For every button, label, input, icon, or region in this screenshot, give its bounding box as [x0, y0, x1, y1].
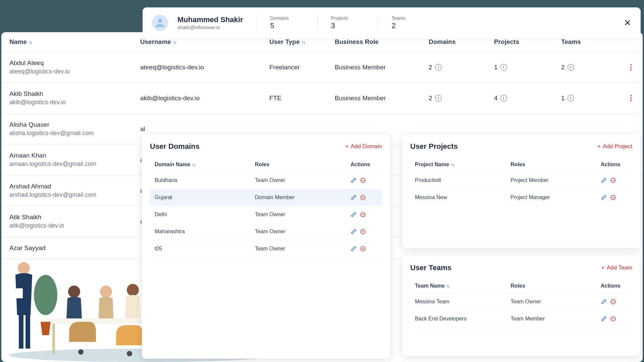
user-teams-panel: User Teams + Add Team Team Name ↑↓ Roles… — [402, 255, 640, 356]
edit-icon[interactable] — [351, 212, 357, 218]
add-domain-button[interactable]: + Add Domain — [345, 143, 382, 150]
plus-icon: + — [597, 143, 601, 150]
cell-panel-actions — [351, 212, 377, 218]
panel-row[interactable]: Gujarat Domain Member — [150, 189, 382, 206]
add-team-button[interactable]: + Add Team — [601, 264, 632, 271]
panel-row[interactable]: Messina Team Team Owner — [410, 293, 632, 310]
panel-row[interactable]: Productiviti Project Member — [410, 172, 632, 189]
cell-panel-role: Team Member — [511, 316, 601, 322]
sort-icon[interactable]: ↑↓ — [302, 40, 305, 45]
col-header-usertype[interactable]: User Type ↑↓ — [269, 38, 335, 46]
add-project-button[interactable]: + Add Project — [597, 143, 632, 150]
cell-panel-name: Delhi — [155, 212, 255, 218]
edit-icon[interactable] — [351, 194, 357, 200]
remove-icon[interactable] — [360, 246, 366, 252]
col-project-name[interactable]: Project Name ↑↓ — [415, 162, 511, 168]
teams-table-header: Team Name ↑↓ Roles Actions — [410, 279, 632, 293]
cell-teams: 2i — [561, 64, 618, 71]
divider — [257, 15, 257, 30]
col-header-name[interactable]: Name ↑↓ — [9, 38, 140, 46]
cell-name: Abdul Ateeq ateeq@logistics-dev.io — [9, 59, 140, 75]
panel-title-projects: User Projects — [410, 142, 458, 151]
remove-icon[interactable] — [610, 177, 616, 183]
cell-panel-role: Team Owner — [255, 212, 351, 218]
panel-row[interactable]: Delhi Team Owner — [150, 206, 382, 223]
cell-panel-role: Project Member — [511, 177, 601, 183]
col-domain-name[interactable]: Domain Name ↑↓ — [155, 162, 255, 168]
kebab-icon[interactable]: ⋮ — [627, 63, 635, 71]
panel-row[interactable]: Messina New Project Manager — [410, 189, 632, 206]
info-icon[interactable]: i — [568, 64, 574, 71]
col-project-actions: Actions — [601, 162, 628, 168]
cell-role: Business Member — [335, 64, 429, 71]
edit-icon[interactable] — [351, 177, 357, 183]
divider — [378, 15, 378, 30]
table-row[interactable]: Akib Shaikh akib@logistics-dev.io akib@l… — [1, 83, 643, 114]
info-icon[interactable]: i — [435, 64, 442, 71]
cell-panel-name: Gujarat — [155, 194, 255, 200]
remove-icon[interactable] — [360, 177, 366, 183]
remove-icon[interactable] — [610, 194, 616, 200]
sort-icon[interactable]: ↑↓ — [29, 40, 32, 45]
info-icon[interactable]: i — [435, 95, 442, 102]
panel-row[interactable]: Buldhana Team Owner — [150, 172, 382, 189]
panel-row[interactable]: Back End Developers Team Member — [410, 310, 632, 327]
cell-panel-actions — [351, 194, 377, 200]
plus-icon: + — [345, 143, 349, 150]
edit-icon[interactable] — [351, 246, 357, 252]
col-team-name[interactable]: Team Name ↑↓ — [415, 283, 511, 289]
cell-projects: 4i — [494, 95, 561, 102]
avatar — [152, 15, 168, 31]
edit-icon[interactable] — [601, 194, 607, 200]
panel-row[interactable]: Maharashtra Team Owner — [150, 223, 382, 240]
cell-domains: 2i — [429, 64, 494, 71]
edit-icon[interactable] — [351, 229, 357, 235]
edit-icon[interactable] — [601, 299, 607, 305]
sort-icon[interactable]: ↑↓ — [446, 283, 449, 289]
sort-icon[interactable]: ↑↓ — [173, 40, 176, 45]
remove-icon[interactable] — [360, 229, 366, 235]
stat-teams: Teams 2 — [392, 15, 425, 30]
cell-panel-actions — [351, 229, 377, 235]
stat-domains: Domains 5 — [270, 15, 304, 30]
user-name-block: Muhammed Shakir shakir@infomover.io — [177, 15, 243, 30]
cell-projects: 1i — [494, 64, 561, 71]
col-header-username[interactable]: Username ↑↓ — [140, 38, 269, 46]
cell-name: Azar Sayyad — [9, 244, 140, 252]
cell-panel-actions — [601, 194, 628, 200]
info-icon[interactable]: i — [500, 64, 507, 71]
info-icon[interactable]: i — [568, 95, 574, 102]
cell-domains: 2i — [429, 95, 494, 102]
user-projects-panel: User Projects + Add Project Project Name… — [402, 134, 640, 248]
col-header-domains: Domains — [429, 38, 494, 46]
remove-icon[interactable] — [610, 299, 616, 305]
remove-icon[interactable] — [610, 316, 616, 322]
cell-panel-role: Team Owner — [255, 229, 351, 235]
cell-panel-actions — [601, 316, 628, 322]
edit-icon[interactable] — [601, 316, 607, 322]
plus-icon: + — [601, 264, 605, 271]
cell-panel-actions — [351, 177, 377, 183]
projects-table-header: Project Name ↑↓ Roles Actions — [410, 158, 632, 172]
user-name: Muhammed Shakir — [177, 15, 243, 24]
kebab-icon[interactable]: ⋮ — [627, 94, 635, 102]
panel-row[interactable]: t05 Team Owner — [150, 240, 382, 257]
cell-panel-name: Buldhana — [155, 177, 255, 183]
edit-icon[interactable] — [601, 177, 607, 183]
svg-point-0 — [158, 18, 162, 23]
sort-icon[interactable]: ↑↓ — [192, 162, 195, 167]
remove-icon[interactable] — [360, 194, 366, 200]
remove-icon[interactable] — [360, 212, 366, 218]
divider — [317, 15, 318, 30]
table-row[interactable]: Abdul Ateeq ateeq@logistics-dev.io ateeq… — [1, 52, 643, 83]
sort-icon[interactable]: ↑↓ — [451, 162, 454, 167]
info-icon[interactable]: i — [500, 95, 507, 102]
cell-panel-name: Back End Developers — [415, 316, 511, 322]
cell-panel-role: Team Owner — [255, 246, 351, 252]
panel-title-domains: User Domains — [150, 142, 200, 151]
user-icon — [154, 16, 166, 29]
col-project-roles: Roles — [511, 162, 601, 168]
close-icon[interactable]: ✕ — [624, 18, 631, 28]
cell-panel-actions — [601, 299, 628, 305]
cell-username: al — [140, 125, 269, 133]
